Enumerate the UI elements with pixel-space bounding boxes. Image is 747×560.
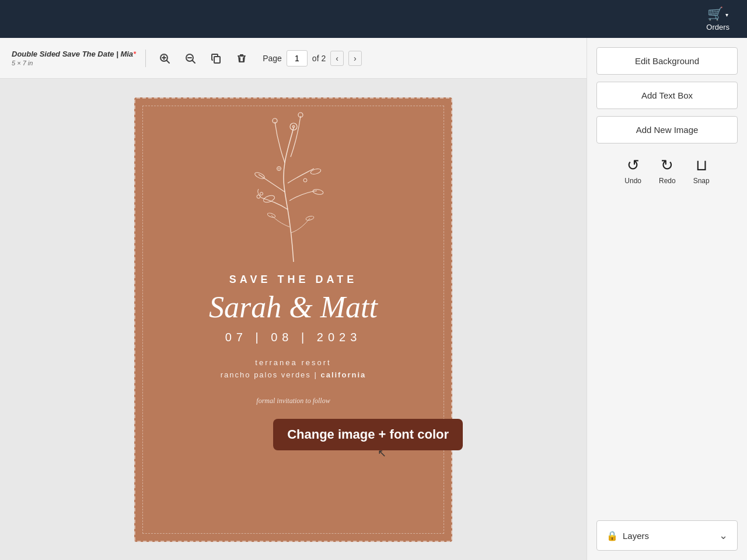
undo-label: Undo [624, 177, 641, 185]
edit-background-button[interactable]: Edit Background [596, 47, 738, 75]
svg-rect-7 [214, 57, 220, 63]
dropdown-arrow-icon: ▾ [725, 12, 728, 18]
svg-point-19 [303, 178, 307, 182]
date-text: 07 | 08 | 2023 [153, 331, 434, 344]
lock-icon: 🔒 [606, 530, 618, 541]
svg-point-13 [292, 125, 295, 128]
card-text-block: SAVE THE DATE Sarah & Matt 07 | 08 | 202… [135, 268, 451, 411]
venue-line1: terranea resort [153, 358, 434, 367]
title-text: Double Sided Save The Date | Mia [12, 50, 133, 58]
page-label: Page [263, 54, 282, 63]
prev-page-button[interactable]: ‹ [330, 51, 344, 66]
top-navigation: 🛒 ▾ Orders [0, 0, 747, 38]
orders-label: Orders [706, 23, 729, 32]
svg-point-16 [257, 195, 260, 198]
layers-label: Layers [623, 531, 649, 541]
add-text-box-button[interactable]: Add Text Box [596, 82, 738, 109]
right-panel: Edit Background Add Text Box Add New Ima… [587, 38, 747, 560]
change-color-tooltip: Change image + font color [273, 419, 463, 450]
svg-point-10 [310, 167, 321, 174]
svg-line-5 [193, 60, 196, 63]
orders-button[interactable]: 🛒 ▾ Orders [706, 6, 729, 32]
page-input[interactable] [287, 50, 308, 66]
venue-line2: rancho palos verdes | california [153, 370, 434, 379]
snap-action[interactable]: ⊔ Snap [693, 156, 710, 185]
document-title-block: Double Sided Save The Date | Mia* 5 × 7 … [12, 50, 136, 66]
save-the-date-card[interactable]: SAVE THE DATE Sarah & Matt 07 | 08 | 202… [134, 97, 452, 542]
layers-bar[interactable]: 🔒 Layers ⌄ [596, 520, 738, 551]
page-control: Page of 2 ‹ › [263, 50, 361, 66]
redo-icon: ↻ [661, 156, 673, 174]
formal-text: formal invitation to follow [153, 397, 434, 405]
required-star: * [133, 50, 136, 58]
undo-icon: ↺ [627, 156, 640, 174]
undo-action[interactable]: ↺ Undo [624, 156, 641, 185]
cart-icon: 🛒 [707, 6, 723, 22]
save-the-date-text: SAVE THE DATE [153, 274, 434, 286]
panel-spacer [596, 192, 738, 513]
snap-label: Snap [693, 177, 710, 185]
layers-left: 🔒 Layers [606, 530, 649, 541]
floral-illustration [135, 99, 451, 268]
names-text: Sarah & Matt [153, 290, 434, 324]
add-new-image-button[interactable]: Add New Image [596, 116, 738, 144]
redo-action[interactable]: ↻ Redo [659, 156, 676, 185]
svg-point-11 [312, 188, 323, 195]
toolbar: Double Sided Save The Date | Mia* 5 × 7 … [0, 38, 587, 79]
svg-point-17 [260, 192, 263, 195]
cursor-icon: ↖ [378, 447, 386, 460]
toolbar-separator [145, 50, 146, 67]
zoom-in-button[interactable] [155, 50, 174, 66]
action-row: ↺ Undo ↻ Redo ⊔ Snap [596, 156, 738, 185]
canvas-container: SAVE THE DATE Sarah & Matt 07 | 08 | 202… [0, 79, 587, 560]
copy-button[interactable] [207, 50, 225, 66]
of-label: of 2 [312, 54, 326, 63]
snap-icon: ⊔ [696, 156, 707, 174]
doc-title: Double Sided Save The Date | Mia* [12, 50, 136, 60]
next-page-button[interactable]: › [348, 51, 362, 66]
svg-line-1 [167, 60, 170, 63]
zoom-out-button[interactable] [181, 50, 200, 66]
redo-label: Redo [659, 177, 676, 185]
delete-button[interactable] [232, 50, 251, 66]
main-layout: Double Sided Save The Date | Mia* 5 × 7 … [0, 38, 747, 560]
canvas-area: Double Sided Save The Date | Mia* 5 × 7 … [0, 38, 587, 560]
doc-size: 5 × 7 in [12, 60, 136, 66]
tooltip-container: Change image + font color ↖ [273, 419, 463, 450]
chevron-down-icon: ⌄ [719, 529, 728, 542]
